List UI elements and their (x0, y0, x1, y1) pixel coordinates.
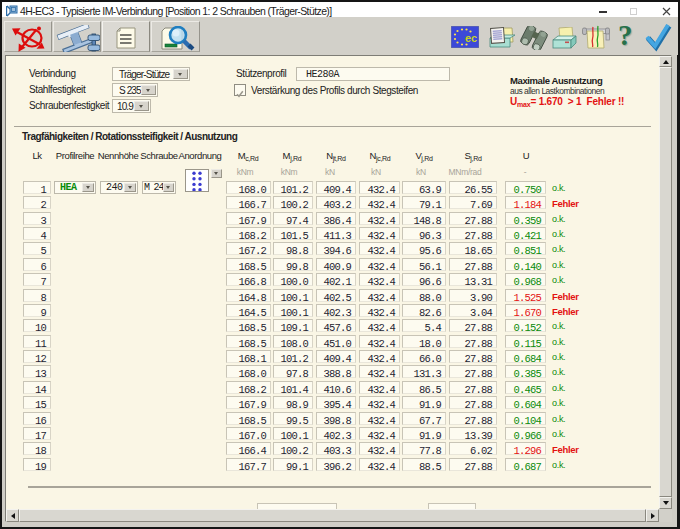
svg-text:ec: ec (465, 32, 477, 44)
